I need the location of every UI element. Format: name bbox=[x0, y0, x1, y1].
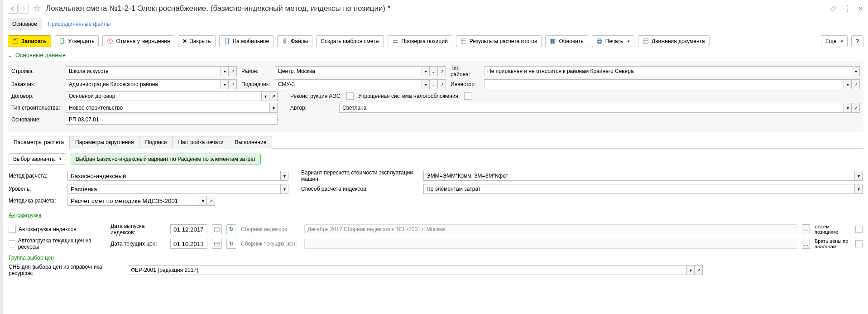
dogovor-input[interactable] bbox=[66, 91, 261, 101]
unapprove-button[interactable]: Отмена утверждения bbox=[102, 35, 174, 47]
refresh-idx-button[interactable]: ↻ bbox=[226, 224, 236, 234]
open-icon[interactable]: ↗ bbox=[695, 265, 703, 275]
dropdown-icon[interactable]: ▾ bbox=[221, 79, 229, 89]
files-button[interactable]: Файлы bbox=[277, 35, 312, 47]
mobile-button[interactable]: На мобильное bbox=[219, 35, 273, 47]
approve-button[interactable]: Утвердить bbox=[55, 35, 99, 47]
tipray-input[interactable] bbox=[484, 66, 852, 76]
cur-checkbox[interactable] bbox=[9, 240, 15, 247]
dropdown-icon[interactable]: ▾ bbox=[422, 66, 430, 76]
more-button[interactable]: Еще▾ bbox=[821, 35, 848, 47]
results-button[interactable]: Результаты расчета итогов bbox=[456, 35, 542, 47]
print-button[interactable]: Печать▾ bbox=[592, 35, 634, 47]
level-input[interactable] bbox=[67, 184, 280, 194]
zakazchik-input[interactable] bbox=[66, 79, 221, 89]
refresh-button[interactable]: Обновить bbox=[545, 35, 588, 47]
label-analog: Брать цены по аналогам: bbox=[815, 238, 851, 249]
close-icon[interactable]: ✕ bbox=[858, 5, 863, 12]
analog-checkbox[interactable] bbox=[855, 240, 863, 247]
dropdown-icon[interactable]: ▾ bbox=[854, 184, 863, 194]
dropdown-icon[interactable]: ▾ bbox=[221, 66, 229, 76]
moves-button[interactable]: Движения документа bbox=[638, 35, 710, 47]
ellipsis-icon[interactable]: … bbox=[430, 66, 438, 76]
label-idx-chk: Автозагрузка индексов bbox=[19, 226, 77, 232]
label-idx-date: Дата выпуска индексов: bbox=[110, 223, 166, 236]
forward-button[interactable] bbox=[19, 4, 29, 14]
label-cur-coll: Сборник текущих цен: bbox=[241, 241, 300, 247]
variant-button[interactable]: Выбор варианта▾ bbox=[9, 153, 66, 165]
dropdown-icon[interactable]: ▾ bbox=[280, 184, 288, 194]
cur-date-input[interactable] bbox=[170, 239, 207, 249]
dropdown-icon[interactable]: ▾ bbox=[199, 196, 207, 206]
author-input[interactable] bbox=[339, 103, 844, 113]
dropdown-icon[interactable]: ▾ bbox=[844, 103, 852, 113]
ellipsis-icon[interactable]: … bbox=[802, 224, 810, 234]
usn-checkbox[interactable] bbox=[464, 92, 471, 100]
podr-input[interactable] bbox=[275, 79, 422, 89]
method-input[interactable] bbox=[67, 171, 280, 181]
allpos-checkbox[interactable] bbox=[855, 226, 863, 233]
ellipsis-icon[interactable]: … bbox=[430, 79, 438, 89]
open-icon[interactable]: ↗ bbox=[229, 66, 237, 76]
open-icon[interactable]: ↗ bbox=[852, 79, 860, 89]
dropdown-icon[interactable]: ▾ bbox=[686, 265, 695, 275]
way-input[interactable] bbox=[423, 184, 854, 194]
help-button[interactable]: ? bbox=[851, 35, 863, 47]
dropdown-icon[interactable]: ▾ bbox=[261, 91, 269, 101]
dropdown-icon[interactable]: ▾ bbox=[854, 171, 863, 181]
dropdown-icon[interactable]: ▾ bbox=[269, 103, 278, 113]
svg-rect-4 bbox=[225, 39, 228, 44]
svg-rect-11 bbox=[597, 40, 601, 42]
label-cur-chk: Автозагрузка текущих цен на ресурсы bbox=[18, 237, 106, 250]
ellipsis-icon[interactable]: … bbox=[802, 239, 810, 249]
label-level: Уровень: bbox=[9, 186, 63, 192]
ptab-print[interactable]: Настройка печати bbox=[172, 136, 229, 149]
dropdown-icon[interactable]: ▾ bbox=[844, 79, 852, 89]
idx-checkbox[interactable] bbox=[9, 226, 16, 233]
save-button[interactable]: Записать bbox=[8, 35, 51, 47]
dropdown-icon[interactable]: ▾ bbox=[422, 79, 430, 89]
stroyka-input[interactable] bbox=[66, 66, 221, 76]
calendar-icon[interactable] bbox=[212, 239, 222, 249]
section-main-header[interactable]: ⌄ Основные данные bbox=[8, 52, 863, 58]
dropdown-icon[interactable]: ▾ bbox=[280, 171, 288, 181]
ptab-params[interactable]: Параметры расчета bbox=[8, 136, 70, 149]
close-button[interactable]: ✕Закрыть bbox=[178, 35, 215, 47]
template-button[interactable]: Создать шаблон сметы bbox=[316, 35, 384, 47]
open-icon[interactable]: ↗ bbox=[438, 79, 446, 89]
svg-rect-16 bbox=[215, 242, 220, 246]
back-button[interactable] bbox=[8, 4, 18, 14]
link-icon[interactable] bbox=[830, 5, 837, 12]
autoload-header[interactable]: Автозагрузка bbox=[9, 212, 42, 218]
subtab-files[interactable]: Присоединенные файлы bbox=[43, 18, 115, 30]
open-icon[interactable]: ↗ bbox=[229, 79, 237, 89]
open-icon[interactable]: ↗ bbox=[269, 91, 278, 101]
snb-input[interactable] bbox=[128, 265, 686, 275]
label-usn: Упрощенная система налогообложения: bbox=[358, 93, 460, 99]
idx-coll-value: Декабрь 2017 Сборник индексов к ТСН-2001… bbox=[304, 224, 797, 234]
ptab-sign[interactable]: Подписи bbox=[139, 136, 173, 149]
group-price-header: Группа выбор цен bbox=[9, 255, 863, 261]
investor-input[interactable] bbox=[484, 79, 844, 89]
calendar-icon[interactable] bbox=[212, 224, 222, 234]
open-icon[interactable]: ↗ bbox=[852, 103, 860, 113]
osn-input[interactable] bbox=[66, 115, 278, 125]
idx-date-input[interactable] bbox=[170, 224, 207, 234]
check-button[interactable]: Проверка позиций bbox=[388, 35, 452, 47]
open-icon[interactable]: ↗ bbox=[438, 66, 446, 76]
label-snb: СНБ для выбора цен из справочника ресурс… bbox=[9, 264, 124, 276]
ptab-round[interactable]: Параметры округления bbox=[69, 136, 139, 149]
rekon-checkbox[interactable] bbox=[346, 92, 354, 100]
star-icon[interactable] bbox=[33, 5, 41, 13]
refresh-cur-button[interactable]: ↻ bbox=[226, 239, 236, 249]
ptab-exec[interactable]: Выполнение bbox=[229, 136, 272, 149]
dropdown-icon[interactable]: ▾ bbox=[852, 66, 860, 76]
more-icon[interactable]: ⋮ bbox=[844, 4, 852, 14]
open-icon[interactable]: ↗ bbox=[207, 196, 215, 206]
rayon-input[interactable] bbox=[275, 66, 422, 76]
tipstroy-input[interactable] bbox=[66, 103, 269, 113]
subtab-main[interactable]: Основное bbox=[8, 18, 42, 30]
svg-rect-1 bbox=[14, 39, 16, 41]
metod-input[interactable] bbox=[67, 196, 199, 206]
var-input[interactable] bbox=[423, 171, 854, 181]
